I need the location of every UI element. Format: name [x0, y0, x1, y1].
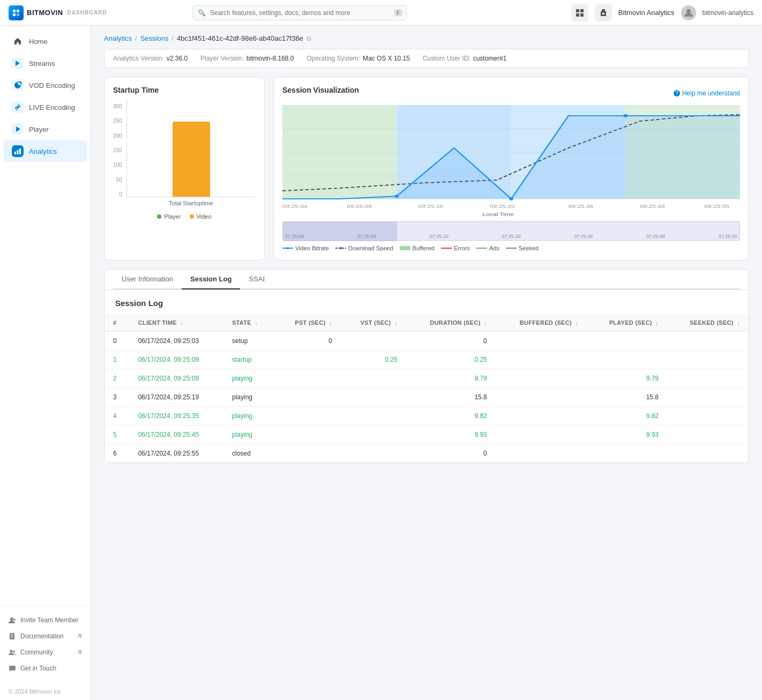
avatar[interactable] [681, 5, 696, 20]
topbar-right: Bitmovin Analytics bitmovin-analytics [571, 4, 753, 21]
tab-session-log-label: Session Log [190, 275, 231, 283]
svg-rect-14 [19, 148, 21, 154]
svg-rect-12 [14, 152, 16, 154]
cell-state: startup [223, 351, 275, 369]
table-row: 1 06/17/2024, 09:25:09 startup 0.25 0.25 [104, 351, 749, 369]
org-name: Bitmovin Analytics [618, 9, 675, 17]
sidebar-item-streams[interactable]: Streams [3, 53, 87, 74]
mini-x-1: 07:25:04 [285, 234, 304, 239]
y-axis: 300 250 200 150 100 50 0 [113, 101, 126, 197]
table-body: 0 06/17/2024, 09:25:03 setup 0 0 1 06/17… [104, 332, 749, 463]
cell-duration: 0.25 [406, 351, 496, 369]
legend-seeked-label: Seeked [519, 245, 539, 251]
sort-client-time: ↓ [180, 319, 183, 326]
legend-ads: Ads [476, 245, 499, 251]
cell-pst [275, 444, 341, 463]
breadcrumb-analytics[interactable]: Analytics [104, 34, 132, 42]
cell-seeked [667, 332, 749, 351]
sidebar-item-getintouch[interactable]: Get in Touch [0, 660, 91, 676]
cell-played: 9.82 [587, 407, 667, 426]
svg-text:09:25:20: 09:25:20 [490, 204, 515, 209]
col-played[interactable]: PLAYED (SEC) ↓ [587, 314, 667, 332]
search-bar[interactable]: 🔍 F [192, 5, 407, 20]
sidebar-item-player[interactable]: Player [3, 118, 87, 140]
col-buffered[interactable]: BUFFERED (SEC) ↓ [496, 314, 587, 332]
col-num: # [104, 314, 130, 332]
sidebar-item-vod[interactable]: VOD Encoding [3, 75, 87, 96]
sort-duration: ↓ [484, 319, 487, 326]
col-pst[interactable]: PST (SEC) ↓ [275, 314, 341, 332]
table-header-row: # CLIENT TIME ↓ STATE ↓ PST (SEC) ↓ VST … [104, 314, 749, 332]
cell-pst [275, 407, 341, 426]
col-client-time[interactable]: CLIENT TIME ↓ [130, 314, 223, 332]
sort-seeked: ↓ [737, 319, 740, 326]
copy-icon[interactable]: ⧉ [307, 35, 311, 42]
sidebar-item-docs[interactable]: Documentation [0, 628, 91, 644]
svg-point-33 [509, 197, 513, 200]
y-200: 200 [113, 133, 122, 139]
svg-rect-5 [602, 9, 605, 11]
svg-point-8 [686, 9, 691, 13]
cell-seeked [667, 426, 749, 444]
cell-duration: 15.8 [406, 388, 496, 407]
col-duration[interactable]: DURATION (SEC) ↓ [406, 314, 496, 332]
legend-buffered: Buffered [400, 245, 435, 251]
cell-client-time: 06/17/2024, 09:25:19 [130, 388, 223, 407]
y-axis-left-label [282, 105, 285, 219]
sidebar-label-vod: VOD Encoding [29, 81, 75, 90]
cell-state: playing [223, 426, 275, 444]
sort-state: ↓ [255, 319, 258, 326]
bar-area: Total Startuptime [126, 101, 256, 208]
cell-vst: 0.25 [341, 351, 406, 369]
building-icon-btn[interactable] [595, 4, 612, 21]
tab-ssai[interactable]: SSAI [240, 270, 273, 289]
grid-icon-btn[interactable] [571, 4, 588, 21]
col-seeked[interactable]: SEEKED (SEC) ↓ [667, 314, 749, 332]
sidebar-item-live[interactable]: LIVE Encoding [3, 96, 87, 118]
startup-chart-title: Startup Time [113, 86, 256, 94]
session-viz-card: Session Visualization Help me understand [273, 77, 749, 260]
bar-x-label: Total Startuptime [126, 200, 256, 206]
cell-num: 2 [104, 369, 130, 388]
sort-buffered: ↓ [575, 319, 578, 326]
logo-icon [9, 5, 24, 20]
cell-num: 4 [104, 407, 130, 426]
svg-point-15 [10, 617, 13, 621]
sidebar-item-invite[interactable]: Invite Team Member [0, 612, 91, 628]
cell-duration: 9.93 [406, 426, 496, 444]
svg-text:09:25:09: 09:25:09 [347, 204, 372, 209]
legend-player: Player [157, 213, 181, 220]
cell-state: playing [223, 388, 275, 407]
cell-vst [341, 426, 406, 444]
legend-err-label: Errors [454, 245, 470, 251]
cell-buffered [496, 444, 587, 463]
cell-num: 6 [104, 444, 130, 463]
cell-seeked [667, 351, 749, 369]
footer-text: © 2024 Bitmovin Inc [9, 688, 62, 695]
sidebar-item-analytics[interactable]: Analytics [3, 140, 87, 162]
meta-player-label: Player Version: [200, 55, 244, 62]
svg-text:09:25:10: 09:25:10 [419, 204, 444, 209]
sidebar-bottom: Invite Team Member Documentation Communi… [0, 605, 91, 683]
cell-buffered [496, 332, 587, 351]
svg-rect-0 [576, 9, 579, 12]
cell-vst [341, 332, 406, 351]
tab-user-info-label: User Information [122, 275, 173, 283]
sort-played: ↓ [655, 319, 659, 326]
breadcrumb-sessions[interactable]: Sessions [140, 34, 169, 42]
search-input[interactable] [192, 5, 407, 20]
tab-session-log[interactable]: Session Log [182, 270, 240, 289]
col-vst[interactable]: VST (SEC) ↓ [341, 314, 406, 332]
cell-buffered [496, 388, 587, 407]
meta-user-id: Custom User ID: customer#1 [423, 55, 506, 62]
sort-pst: ↓ [329, 319, 332, 326]
col-state[interactable]: STATE ↓ [223, 314, 275, 332]
svg-rect-2 [576, 13, 579, 17]
sidebar-item-home[interactable]: Home [3, 31, 87, 52]
cell-num: 3 [104, 388, 130, 407]
sidebar-item-community[interactable]: Community [0, 644, 91, 660]
help-link[interactable]: Help me understand [674, 90, 740, 97]
tab-user-info[interactable]: User Information [113, 270, 182, 289]
cell-pst [275, 426, 341, 444]
session-viz-header: Session Visualization Help me understand [282, 86, 740, 101]
